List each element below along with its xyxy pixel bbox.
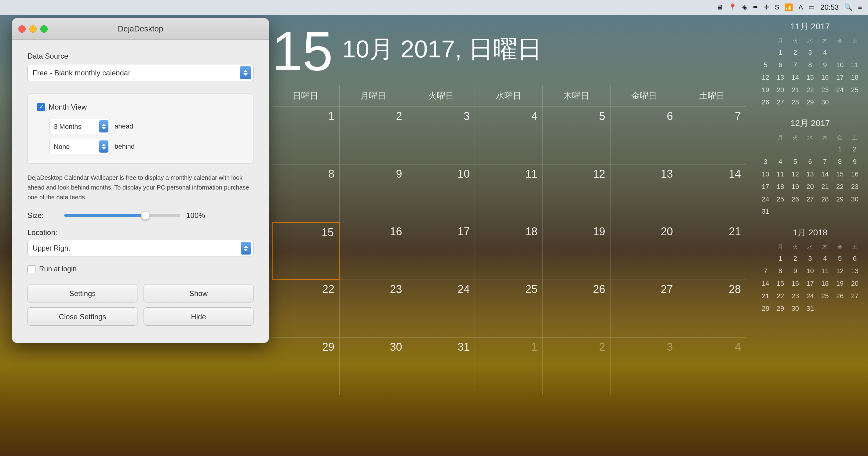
mini-cell: 8 bbox=[803, 59, 817, 71]
mini-cell bbox=[833, 303, 847, 315]
mini-cell: 16 bbox=[788, 278, 802, 290]
data-source-label: Data Source bbox=[28, 52, 253, 60]
monitor-icon: 🖥 bbox=[716, 3, 723, 11]
mini-cal-grid-2: 月火水木金土1234567891011121314151617181920212… bbox=[758, 242, 862, 314]
mini-cell: 19 bbox=[833, 278, 847, 290]
close-settings-button[interactable]: Close Settings bbox=[28, 307, 137, 326]
cell-number: 1 bbox=[277, 110, 335, 123]
cell-number: 5 bbox=[548, 110, 605, 123]
calendar-cell: 4 bbox=[678, 337, 746, 395]
list-icon[interactable]: ≡ bbox=[858, 3, 862, 11]
mini-cell: 26 bbox=[788, 194, 802, 205]
mini-cell: 19 bbox=[788, 181, 802, 193]
mini-cell bbox=[818, 303, 832, 315]
calendar-cell: 30 bbox=[340, 337, 407, 395]
mini-cell bbox=[833, 47, 847, 59]
calendar-cell: 27 bbox=[611, 280, 678, 337]
cell-number: 31 bbox=[412, 340, 470, 353]
close-button[interactable] bbox=[18, 25, 26, 33]
calendar-cell: 16 bbox=[340, 222, 407, 280]
calendar-cell: 20 bbox=[611, 222, 678, 280]
mini-cell: 25 bbox=[847, 84, 862, 96]
info-text: DejaDesktop Calendar Wallpaper is free t… bbox=[28, 173, 253, 202]
size-slider[interactable] bbox=[64, 214, 180, 217]
cell-number: 12 bbox=[548, 168, 605, 181]
behind-label: behind bbox=[115, 142, 135, 151]
minimize-button[interactable] bbox=[29, 25, 37, 33]
settings-panel: DejaDesktop Data Source Free - Blank mon… bbox=[12, 18, 269, 343]
mini-cell: 24 bbox=[833, 84, 847, 96]
side-calendars: 11月 2017月火水木金土12345678910111213141516171… bbox=[755, 15, 868, 456]
mini-cell: 8 bbox=[773, 265, 788, 277]
mini-cell bbox=[788, 206, 802, 218]
mini-cell: 17 bbox=[803, 278, 817, 290]
mini-header bbox=[758, 36, 773, 46]
month-view-checkbox[interactable]: ✓ bbox=[37, 103, 45, 111]
data-source-select[interactable]: Free - Blank monthly calendar bbox=[28, 64, 253, 81]
mini-header: 火 bbox=[788, 133, 802, 143]
mini-cell: 2 bbox=[788, 253, 802, 265]
cell-number: 24 bbox=[412, 283, 470, 296]
mini-cell: 4 bbox=[818, 253, 832, 265]
mini-cell bbox=[788, 143, 802, 155]
calendar-cell: 31 bbox=[407, 337, 475, 395]
mini-cell: 15 bbox=[833, 168, 847, 181]
mini-cell bbox=[773, 206, 788, 218]
calendar-cell: 13 bbox=[611, 164, 678, 222]
none-select[interactable]: None bbox=[49, 139, 110, 154]
none-behind-row: None behind bbox=[49, 139, 244, 154]
calendar-cell: 22 bbox=[272, 280, 340, 337]
calendar-cell: 15 bbox=[272, 222, 340, 280]
mini-cell: 23 bbox=[847, 181, 862, 193]
cell-number: 1 bbox=[480, 340, 537, 353]
mini-cell: 4 bbox=[818, 47, 832, 59]
zoom-button[interactable] bbox=[40, 25, 48, 33]
mini-cell: 1 bbox=[773, 253, 788, 265]
calendar-cell: 3 bbox=[407, 107, 475, 164]
day-header-thu: 木曜日 bbox=[543, 85, 611, 106]
slider-thumb[interactable] bbox=[141, 211, 150, 220]
month-view-checkbox-label[interactable]: ✓ Month View bbox=[37, 103, 87, 111]
mini-cell: 16 bbox=[847, 168, 862, 181]
mini-cell: 7 bbox=[758, 265, 773, 277]
cell-number: 23 bbox=[344, 283, 402, 296]
cell-number: 30 bbox=[344, 340, 402, 353]
search-icon[interactable]: 🔍 bbox=[844, 3, 852, 11]
mini-cell: 10 bbox=[833, 59, 847, 71]
calendar-header: 15 10月 2017, 日曜日 bbox=[272, 24, 746, 79]
mini-cell: 15 bbox=[803, 72, 817, 84]
run-login-checkbox[interactable] bbox=[28, 265, 35, 273]
location-section: Location: Upper Right bbox=[28, 228, 253, 256]
cell-number: 9 bbox=[344, 168, 402, 181]
mini-cell: 17 bbox=[833, 72, 847, 84]
cell-number: 7 bbox=[683, 110, 741, 123]
calendar-cell: 6 bbox=[611, 107, 678, 164]
mini-cell: 21 bbox=[758, 290, 773, 302]
mini-cell: 18 bbox=[773, 181, 788, 193]
mini-cell: 23 bbox=[818, 84, 832, 96]
month-view-label: Month View bbox=[49, 103, 87, 111]
settings-button[interactable]: Settings bbox=[28, 284, 137, 302]
mini-cell: 7 bbox=[818, 156, 832, 168]
calendar-cell: 1 bbox=[272, 107, 340, 164]
mini-cell: 14 bbox=[788, 72, 802, 84]
mini-cell: 28 bbox=[818, 194, 832, 205]
mini-cell bbox=[803, 206, 817, 218]
cell-number: 16 bbox=[344, 225, 402, 238]
location-select[interactable]: Upper Right bbox=[28, 240, 253, 256]
mini-cell: 8 bbox=[833, 156, 847, 168]
months-select-container: 3 Months bbox=[49, 119, 110, 134]
mini-cell: 22 bbox=[773, 290, 788, 302]
months-select[interactable]: 3 Months bbox=[49, 119, 110, 134]
day-header-fri: 金曜日 bbox=[611, 85, 678, 106]
mini-cell bbox=[773, 143, 788, 155]
mini-cell: 10 bbox=[803, 265, 817, 277]
mini-cell: 29 bbox=[833, 194, 847, 205]
calendar-cell: 2 bbox=[543, 337, 611, 395]
hide-button[interactable]: Hide bbox=[144, 307, 253, 326]
calendar-cell: 9 bbox=[340, 164, 407, 222]
buttons-row-1: Settings Show bbox=[28, 284, 253, 302]
show-button[interactable]: Show bbox=[144, 284, 253, 302]
mini-cell: 27 bbox=[803, 194, 817, 205]
mini-cell bbox=[847, 206, 862, 218]
